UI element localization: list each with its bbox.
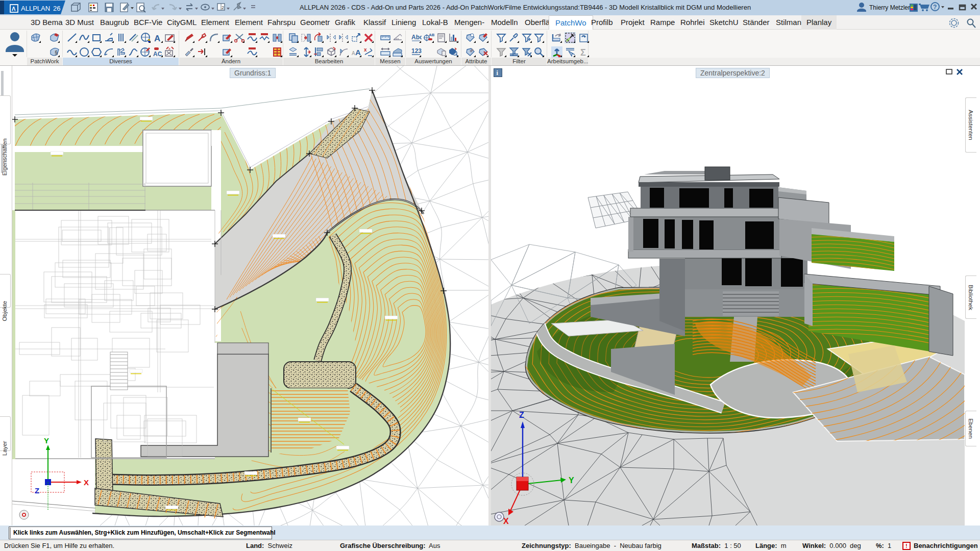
- svg-text:Y: Y: [44, 436, 49, 445]
- svg-text:Thierry Metzler: Thierry Metzler: [869, 4, 910, 11]
- svg-text:Y: Y: [569, 476, 574, 485]
- svg-text:Z: Z: [519, 411, 524, 419]
- svg-text:Σ: Σ: [580, 47, 586, 58]
- svg-text:x: x: [364, 47, 367, 53]
- svg-text:x: x: [168, 46, 170, 51]
- svg-text:!: !: [905, 543, 908, 549]
- svg-text:§: §: [55, 49, 58, 56]
- svg-text:AC: AC: [153, 51, 162, 58]
- svg-text:X: X: [84, 478, 89, 487]
- svg-text:26: 26: [53, 5, 60, 12]
- svg-text:A: A: [154, 34, 160, 43]
- svg-text:ABC: ABC: [429, 33, 434, 37]
- svg-text:123: 123: [411, 47, 422, 55]
- svg-text:Z: Z: [35, 486, 39, 495]
- svg-text:X: X: [503, 517, 509, 525]
- svg-text:2: 2: [222, 5, 224, 10]
- svg-text:?: ?: [933, 4, 937, 11]
- svg-text:A: A: [355, 48, 361, 57]
- svg-text:ALLPLAN: ALLPLAN: [21, 5, 50, 12]
- svg-text:A: A: [352, 51, 355, 56]
- svg-text:Λ: Λ: [12, 6, 16, 12]
- svg-text:Abc: Abc: [411, 34, 422, 41]
